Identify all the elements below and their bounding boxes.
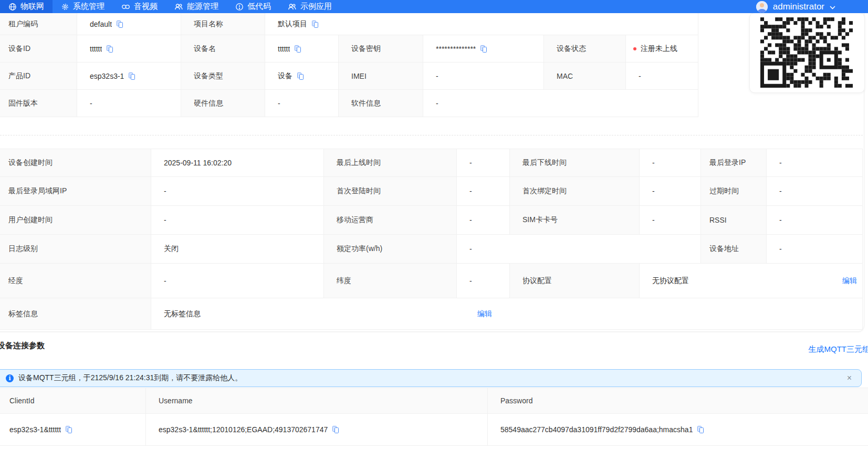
apps-users-icon [288,3,297,11]
field-label: RSSI [701,206,767,235]
mqtt-expiry-banner: i 设备MQTT三元组，于2125/9/16 21:24:31到期，请不要泄露给… [0,369,862,387]
copy-icon[interactable] [297,72,304,80]
field-value: - [151,264,324,298]
field-value: - [423,90,698,117]
field-label: 设备ID [0,35,77,62]
field-value: - [457,206,510,235]
tag-info-value: 无标签信息 编辑 [151,298,863,330]
field-value: esp32s3-1 [77,62,181,90]
nav-item-label: 能源管理 [187,2,218,12]
field-value: - [457,235,701,264]
field-label: 产品ID [0,62,77,90]
field-label: 设备名 [181,35,265,62]
nav-item-demo-apps[interactable]: 示例应用 [279,0,340,13]
nav-item-energy[interactable]: 能源管理 [166,0,227,13]
energy-users-icon [174,3,183,11]
iot-globe-icon [8,3,17,11]
user-menu[interactable]: administrator [756,0,835,13]
copy-icon[interactable] [295,45,301,53]
top-navbar: 物联网 系统管理 音视频 能源管理 低代码 示例应用 administrator [0,0,868,13]
field-label: 最后登录局域网IP [0,177,151,206]
field-label: 最后登录IP [701,149,767,177]
copy-icon[interactable] [332,426,339,433]
info-icon: i [6,374,14,382]
qr-code [760,17,853,88]
column-header-username: Username [146,388,488,414]
nav-item-system[interactable]: 系统管理 [53,0,113,13]
field-label: 纬度 [324,264,457,298]
clientid-value: esp32s3-1&tttttt [0,414,146,446]
field-label: SIM卡卡号 [510,206,640,235]
field-value: 2025-09-11 16:02:20 [151,149,324,177]
nav-item-label: 低代码 [247,2,271,12]
protocol-config-value: 无协议配置 编辑 [640,264,863,298]
field-label: 首次登陆时间 [324,177,457,206]
field-value: - [626,62,698,90]
field-value: - [77,90,181,117]
device-detail-table: 设备创建时间 2025-09-11 16:02:20 最后上线时间 - 最后下线… [0,149,863,330]
field-value: - [767,206,863,235]
field-value: 关闭 [151,235,324,264]
copy-icon[interactable] [117,20,123,28]
field-value: - [151,206,324,235]
field-label: 首次绑定时间 [510,177,640,206]
chevron-down-icon [830,2,835,12]
field-label: 设备状态 [544,35,626,62]
field-label: 硬件信息 [181,90,265,117]
field-value: tttttt [77,35,181,62]
edit-protocol-link[interactable]: 编辑 [842,276,857,286]
field-value: - [457,149,510,177]
banner-text: 设备MQTT三元组，于2125/9/16 21:24:31到期，请不要泄露给他人… [18,373,242,383]
field-label: 标签信息 [0,298,151,330]
edit-tags-link[interactable]: 编辑 [477,309,492,319]
field-label: 过期时间 [701,177,767,206]
copy-icon[interactable] [480,45,487,53]
field-label: 日志级别 [0,235,151,264]
nav-item-lowcode[interactable]: 低代码 [227,0,279,13]
copy-icon[interactable] [312,20,318,28]
field-value: 设备 [265,62,339,90]
copy-icon[interactable] [129,72,135,80]
field-label: 经度 [0,264,151,298]
username-value: esp32s3-1&tttttt;12010126;EGAAD;49137026… [146,414,488,446]
password-value: 58549aac277cb4097da31091ff79d2f2799da6aa… [488,414,868,446]
column-header-clientid: ClientId [0,388,146,414]
username-label: administrator [773,2,824,12]
nav-item-label: 音视频 [134,2,158,12]
field-value: - [767,149,863,177]
nav-item-label: 系统管理 [73,2,104,12]
field-label: 额定功率(w/h) [324,235,457,264]
copy-icon[interactable] [697,426,704,433]
device-qr-card [749,13,865,93]
field-value: - [640,149,701,177]
field-label: 设备地址 [701,235,767,264]
field-label: 项目名称 [181,13,265,35]
field-value: - [767,235,863,264]
generate-mqtt-link[interactable]: 生成MQTT三元组 [809,344,868,354]
copy-icon[interactable] [107,45,113,53]
field-label: 设备创建时间 [0,149,151,177]
field-value: tttttt [265,35,339,62]
field-label: 设备类型 [181,62,265,90]
nav-item-audio-video[interactable]: 音视频 [113,0,166,13]
field-label: 最后上线时间 [324,149,457,177]
field-label: 最后下线时间 [510,149,640,177]
copy-icon[interactable] [66,426,72,433]
nav-item-label: 示例应用 [300,2,332,12]
field-label: 软件信息 [339,90,423,117]
lowcode-icon [235,3,244,11]
audio-video-icon [121,3,130,11]
field-label: 固件版本 [0,90,77,117]
device-status-badge: 注册未上线 [626,35,698,62]
field-value: default [77,13,181,35]
field-value: - [457,264,510,298]
avatar [756,1,768,13]
connection-section-title: 设备连接参数 [0,341,45,351]
nav-item-iot[interactable]: 物联网 [0,0,53,13]
field-label: MAC [544,62,626,90]
field-label: 租户编码 [0,13,77,35]
field-label: 移动运营商 [324,206,457,235]
gear-icon [61,3,69,11]
close-icon[interactable]: × [846,373,853,383]
nav-item-label: 物联网 [20,2,44,12]
